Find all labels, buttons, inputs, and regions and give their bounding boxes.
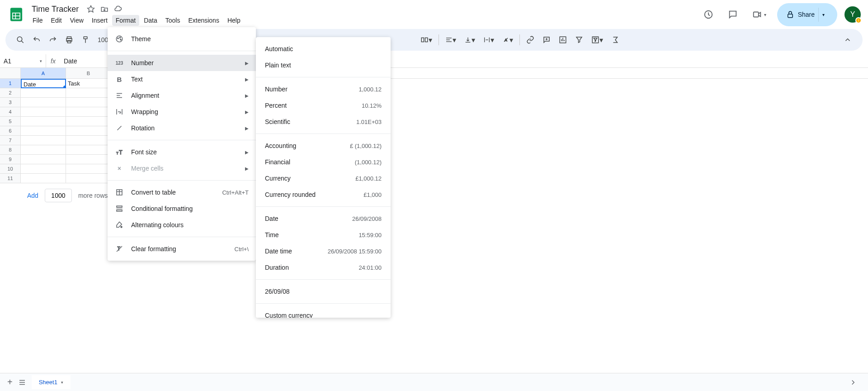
history-icon[interactable] <box>700 6 717 23</box>
menu-edit[interactable]: Edit <box>47 15 66 26</box>
number-format-currency[interactable]: Currency£1,000.12 <box>256 170 391 186</box>
cell[interactable] <box>21 117 66 126</box>
search-icon[interactable] <box>13 33 28 47</box>
format-menu-item-rotation[interactable]: Rotation ▶ <box>108 120 256 136</box>
cloud-icon[interactable] <box>114 5 122 13</box>
row-header[interactable]: 7 <box>0 136 21 145</box>
name-box[interactable]: A1 ▾ <box>0 54 46 67</box>
format-menu-item-font-size[interactable]: TT Font size ▶ <box>108 144 256 160</box>
row-header[interactable]: 3 <box>0 98 21 107</box>
link-icon[interactable] <box>523 33 538 47</box>
select-all-corner[interactable] <box>0 68 21 78</box>
format-menu-item-text[interactable]: B Text ▶ <box>108 71 256 87</box>
avatar[interactable]: Y ! <box>844 6 861 23</box>
halign-icon[interactable]: ▾ <box>442 33 460 47</box>
number-format-plain-text[interactable]: Plain text <box>256 57 391 73</box>
cell[interactable] <box>66 174 111 183</box>
number-format-date[interactable]: Date26/09/2008 <box>256 210 391 227</box>
format-menu-item-conditional-formatting[interactable]: Conditional formatting <box>108 200 256 217</box>
cell[interactable] <box>21 98 66 107</box>
row-header[interactable]: 4 <box>0 107 21 117</box>
format-menu-item-theme[interactable]: Theme <box>108 31 256 47</box>
cell[interactable] <box>66 107 111 117</box>
collapse-toolbar-icon[interactable] <box>840 33 855 47</box>
format-menu-item-clear-formatting[interactable]: T Clear formatting Ctrl+\ <box>108 241 256 257</box>
cell[interactable] <box>66 117 111 126</box>
menu-tools[interactable]: Tools <box>162 15 184 26</box>
comments-icon[interactable] <box>724 6 741 23</box>
cell[interactable] <box>21 107 66 117</box>
comment-icon[interactable] <box>539 33 554 47</box>
row-header[interactable]: 8 <box>0 145 21 155</box>
wrap-icon[interactable]: ▾ <box>480 33 498 47</box>
share-dropdown-icon[interactable]: ▾ <box>818 8 828 22</box>
chevron-down-icon[interactable]: ▾ <box>61 380 63 385</box>
chart-icon[interactable] <box>555 33 571 47</box>
menu-extensions[interactable]: Extensions <box>184 15 222 26</box>
add-rows-link[interactable]: Add <box>27 192 38 199</box>
cell[interactable] <box>66 136 111 145</box>
menu-insert[interactable]: Insert <box>88 15 111 26</box>
menu-help[interactable]: Help <box>224 15 244 26</box>
cell[interactable] <box>66 155 111 164</box>
number-format-accounting[interactable]: Accounting£ (1,000.12) <box>256 138 391 154</box>
cell[interactable] <box>21 88 66 98</box>
filter-icon[interactable] <box>571 33 587 47</box>
share-button[interactable]: Share ▾ <box>777 3 837 26</box>
cell[interactable] <box>66 88 111 98</box>
filter-views-icon[interactable]: ▾ <box>588 33 607 47</box>
number-format-financial[interactable]: Financial(1,000.12) <box>256 154 391 170</box>
star-icon[interactable] <box>87 5 95 13</box>
rotate-text-icon[interactable]: A ▾ <box>499 33 517 47</box>
menu-data[interactable]: Data <box>140 15 161 26</box>
row-header[interactable]: 6 <box>0 126 21 136</box>
sheet-tab[interactable]: Sheet1 ▾ <box>32 375 71 389</box>
sheets-logo[interactable] <box>7 5 25 24</box>
row-header[interactable]: 5 <box>0 117 21 126</box>
number-format-percent[interactable]: Percent10.12% <box>256 97 391 114</box>
format-menu-item-convert-to-table[interactable]: Convert to table Ctrl+Alt+T <box>108 184 256 200</box>
number-format-scientific[interactable]: Scientific1.01E+03 <box>256 114 391 130</box>
move-icon[interactable] <box>100 5 108 13</box>
explore-icon[interactable] <box>845 375 861 390</box>
format-menu-item-wrapping[interactable]: Wrapping ▶ <box>108 104 256 120</box>
format-menu-item-alignment[interactable]: Alignment ▶ <box>108 87 256 104</box>
merge-icon[interactable]: ▾ <box>417 33 436 47</box>
format-menu-item-alternating-colours[interactable]: Alternating colours <box>108 217 256 233</box>
cell-a1[interactable]: Date <box>21 79 66 88</box>
col-header-b[interactable]: B <box>66 68 111 78</box>
add-rows-input[interactable] <box>45 189 72 202</box>
row-header[interactable]: 1 <box>0 79 21 88</box>
cell[interactable] <box>21 174 66 183</box>
valign-icon[interactable]: ▾ <box>461 33 479 47</box>
cell[interactable] <box>66 164 111 174</box>
cell[interactable] <box>66 126 111 136</box>
print-icon[interactable] <box>61 33 77 47</box>
number-format-custom-currency[interactable]: Custom currency <box>256 307 391 318</box>
number-format-automatic[interactable]: Automatic <box>256 41 391 57</box>
cell[interactable] <box>21 155 66 164</box>
format-menu-item-number[interactable]: 123 Number ▶ <box>108 55 256 71</box>
number-format-currency-rounded[interactable]: Currency rounded£1,000 <box>256 186 391 203</box>
menu-format[interactable]: Format <box>112 15 139 26</box>
col-header-a[interactable]: A <box>21 68 66 78</box>
cell[interactable] <box>21 164 66 174</box>
cell[interactable] <box>21 145 66 155</box>
selection-handle[interactable] <box>63 86 66 88</box>
number-format-time[interactable]: Time15:59:00 <box>256 227 391 243</box>
menu-file[interactable]: File <box>29 15 47 26</box>
cell[interactable] <box>21 136 66 145</box>
row-header[interactable]: 10 <box>0 164 21 174</box>
menu-view[interactable]: View <box>66 15 87 26</box>
functions-icon[interactable] <box>608 33 623 47</box>
redo-icon[interactable] <box>45 33 61 47</box>
cell-b1[interactable]: Task <box>66 79 111 88</box>
row-header[interactable]: 11 <box>0 174 21 183</box>
number-format-date-time[interactable]: Date time26/09/2008 15:59:00 <box>256 243 391 259</box>
number-format-number[interactable]: Number1,000.12 <box>256 81 391 97</box>
undo-icon[interactable] <box>29 33 44 47</box>
cell[interactable] <box>66 98 111 107</box>
cell[interactable] <box>21 126 66 136</box>
add-sheet-icon[interactable]: + <box>7 377 13 387</box>
all-sheets-icon[interactable] <box>18 378 26 386</box>
